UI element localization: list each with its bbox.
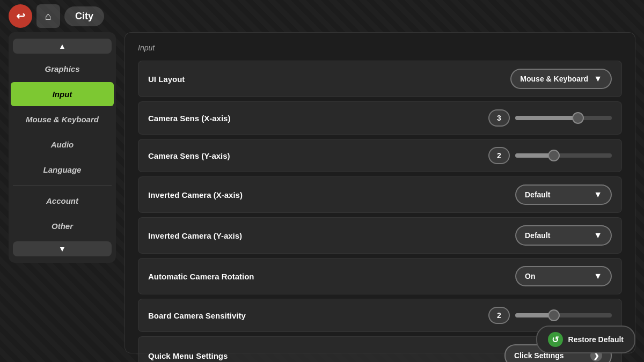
sidebar-audio-label: Audio: [51, 140, 74, 149]
slider-fill-camera-sens-x: [515, 116, 578, 120]
home-icon: ⌂: [45, 10, 52, 23]
slider-track-board-camera[interactable]: [515, 313, 612, 317]
setting-row-auto-camera: Automatic Camera Rotation On ▼: [138, 258, 622, 294]
slider-value-camera-sens-y: 2: [488, 147, 510, 164]
sidebar-language-label: Language: [43, 165, 82, 174]
arrow-up-icon: ▲: [58, 42, 66, 50]
slider-thumb-camera-sens-y: [548, 150, 560, 161]
breadcrumb-label: City: [75, 11, 93, 21]
dropdown-arrow-icon-3: ▼: [594, 231, 602, 240]
restore-default-button[interactable]: ↺ Restore Default: [536, 326, 635, 353]
slider-value-board-camera: 2: [488, 307, 510, 324]
dropdown-arrow-icon: ▼: [594, 74, 602, 84]
back-button[interactable]: ↩: [9, 4, 32, 28]
breadcrumb: City: [64, 6, 104, 26]
slider-track-camera-sens-x[interactable]: [515, 116, 612, 120]
dropdown-auto-camera[interactable]: On ▼: [515, 266, 612, 286]
dropdown-inverted-camera-x[interactable]: Default ▼: [515, 184, 612, 205]
setting-label-camera-sens-x: Camera Sens (X-axis): [148, 114, 230, 123]
dropdown-inverted-x-value: Default: [525, 190, 550, 199]
restore-default-label: Restore Default: [568, 335, 624, 344]
setting-label-board-camera: Board Camera Sensitivity: [148, 311, 246, 320]
setting-control-camera-sens-x: 3: [488, 109, 612, 127]
setting-row-inverted-camera-y: Inverted Camera (Y-axis) Default ▼: [138, 217, 622, 254]
setting-label-camera-sens-y: Camera Sens (Y-axis): [148, 151, 230, 160]
sidebar-account-label: Account: [46, 196, 78, 205]
setting-row-camera-sens-y: Camera Sens (Y-axis) 2: [138, 139, 622, 172]
sidebar-scroll-down[interactable]: ▼: [13, 241, 112, 256]
setting-control-board-camera: 2: [488, 307, 612, 324]
setting-control-camera-sens-y: 2: [488, 147, 612, 164]
setting-row-ui-layout: UI Layout Mouse & Keyboard ▼: [138, 61, 622, 97]
dropdown-arrow-icon-4: ▼: [594, 271, 602, 281]
slider-track-camera-sens-y[interactable]: [515, 153, 612, 158]
setting-row-inverted-camera-x: Inverted Camera (X-axis) Default ▼: [138, 176, 622, 213]
sidebar-item-graphics[interactable]: Graphics: [11, 57, 114, 81]
panel-title: Input: [138, 43, 622, 52]
sidebar-scroll-up[interactable]: ▲: [13, 39, 112, 54]
sidebar-divider: [13, 185, 112, 186]
setting-label-ui-layout: UI Layout: [148, 75, 185, 84]
sidebar-item-other[interactable]: Other: [11, 214, 114, 238]
restore-icon-symbol: ↺: [552, 335, 559, 345]
setting-row-camera-sens-x: Camera Sens (X-axis) 3: [138, 101, 622, 135]
setting-label-auto-camera: Automatic Camera Rotation: [148, 272, 254, 281]
slider-thumb-board-camera: [548, 309, 560, 321]
sidebar-input-label: Input: [53, 90, 72, 99]
slider-thumb-camera-sens-x: [572, 112, 584, 124]
setting-control-inverted-camera-x: Default ▼: [515, 184, 612, 205]
sidebar-item-language[interactable]: Language: [11, 158, 114, 182]
restore-icon: ↺: [548, 332, 563, 347]
dropdown-inverted-camera-y[interactable]: Default ▼: [515, 225, 612, 246]
dropdown-inverted-y-value: Default: [525, 231, 550, 240]
setting-label-inverted-camera-y: Inverted Camera (Y-axis): [148, 231, 242, 240]
setting-label-inverted-camera-x: Inverted Camera (X-axis): [148, 190, 243, 200]
sidebar-item-audio[interactable]: Audio: [11, 132, 114, 157]
setting-control-inverted-camera-y: Default ▼: [515, 225, 612, 246]
dropdown-ui-layout[interactable]: Mouse & Keyboard ▼: [510, 69, 612, 89]
home-button[interactable]: ⌂: [36, 4, 60, 28]
sidebar-mousekb-label: Mouse & Keyboard: [26, 115, 99, 124]
main-layout: ▲ Graphics Input Mouse & Keyboard Audio …: [0, 32, 644, 362]
sidebar-other-label: Other: [52, 221, 73, 231]
back-icon: ↩: [16, 10, 25, 23]
dropdown-arrow-icon-2: ▼: [594, 190, 602, 200]
setting-label-quick-menu: Quick Menu Settings: [148, 351, 228, 360]
sidebar-item-input[interactable]: Input: [11, 82, 114, 106]
setting-control-auto-camera: On ▼: [515, 266, 612, 286]
sidebar: ▲ Graphics Input Mouse & Keyboard Audio …: [9, 32, 116, 263]
content-panel: Input UI Layout Mouse & Keyboard ▼ Camer…: [125, 32, 635, 353]
dropdown-auto-camera-value: On: [525, 272, 535, 280]
arrow-down-icon: ▼: [58, 245, 66, 253]
sidebar-graphics-label: Graphics: [45, 64, 79, 73]
slider-value-camera-sens-x: 3: [488, 109, 510, 127]
dropdown-ui-layout-value: Mouse & Keyboard: [520, 75, 588, 83]
sidebar-item-mouse-keyboard[interactable]: Mouse & Keyboard: [11, 107, 114, 131]
top-bar: ↩ ⌂ City: [0, 0, 644, 32]
sidebar-item-account[interactable]: Account: [11, 189, 114, 213]
setting-control-ui-layout: Mouse & Keyboard ▼: [510, 69, 612, 89]
